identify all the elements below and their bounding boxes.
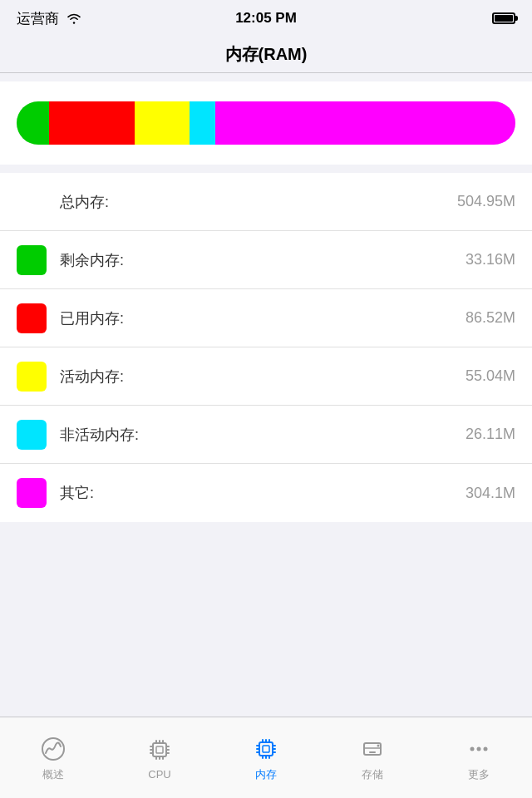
value-active: 55.04M <box>466 367 515 385</box>
svg-point-31 <box>377 744 380 746</box>
memory-icon <box>251 734 281 764</box>
tab-label-cpu: CPU <box>148 768 170 781</box>
carrier-label: 运营商 <box>17 9 59 28</box>
ram-segment-active <box>135 101 189 145</box>
wifi-icon <box>66 12 82 25</box>
battery-fill <box>495 15 513 22</box>
svg-rect-16 <box>263 746 269 752</box>
tab-storage[interactable]: 存储 <box>319 717 426 798</box>
svg-rect-2 <box>156 746 163 753</box>
battery-area <box>492 12 515 24</box>
tab-label-memory: 内存 <box>255 767 277 782</box>
overview-icon <box>38 734 68 764</box>
row-other: 其它: 304.1M <box>0 464 532 522</box>
row-free: 剩余内存: 33.16M <box>0 231 532 289</box>
label-active: 活动内存: <box>60 367 466 387</box>
label-used: 已用内存: <box>60 308 466 328</box>
status-time: 12:05 PM <box>235 10 297 27</box>
svg-rect-1 <box>153 743 166 756</box>
tab-label-overview: 概述 <box>42 767 64 782</box>
title-bar: 内存(RAM) <box>0 37 532 73</box>
tab-memory[interactable]: 内存 <box>213 717 319 798</box>
value-used: 86.52M <box>466 309 515 327</box>
tab-label-storage: 存储 <box>362 767 383 782</box>
stats-list: 总内存: 504.95M 剩余内存: 33.16M 已用内存: 86.52M 活… <box>0 173 532 522</box>
svg-rect-15 <box>259 742 273 756</box>
svg-point-33 <box>470 746 475 751</box>
svg-point-34 <box>477 746 481 751</box>
svg-rect-32 <box>369 751 376 753</box>
label-inactive: 非活动内存: <box>60 425 466 445</box>
swatch-inactive <box>17 420 47 450</box>
ram-segment-free <box>17 101 49 145</box>
label-total: 总内存: <box>60 192 457 212</box>
tab-more[interactable]: 更多 <box>426 717 532 798</box>
tab-bar: 概述 CPU <box>0 717 532 798</box>
row-inactive: 非活动内存: 26.11M <box>0 406 532 464</box>
swatch-used <box>17 303 47 333</box>
svg-point-35 <box>484 746 488 751</box>
row-active: 活动内存: 55.04M <box>0 347 532 406</box>
ram-bar <box>17 101 515 145</box>
value-other: 304.1M <box>466 485 515 502</box>
swatch-free <box>17 245 47 275</box>
label-other: 其它: <box>60 483 466 503</box>
swatch-other <box>17 478 47 508</box>
value-free: 33.16M <box>466 251 515 268</box>
ram-segment-inactive <box>190 101 215 145</box>
tab-overview[interactable]: 概述 <box>0 717 106 798</box>
label-free: 剩余内存: <box>60 250 466 270</box>
ram-segment-used <box>49 101 135 145</box>
cpu-icon <box>145 735 175 765</box>
row-total: 总内存: 504.95M <box>0 173 532 231</box>
more-icon <box>464 734 494 764</box>
ram-segment-other <box>215 101 515 145</box>
status-bar: 运营商 12:05 PM <box>0 0 532 37</box>
row-used: 已用内存: 86.52M <box>0 289 532 347</box>
swatch-active <box>17 362 47 392</box>
ram-bar-container <box>0 81 532 165</box>
value-total: 504.95M <box>457 193 515 210</box>
storage-icon <box>357 734 387 764</box>
page-title: 内存(RAM) <box>225 43 308 66</box>
battery-icon <box>492 12 515 24</box>
value-inactive: 26.11M <box>466 426 515 443</box>
tab-cpu[interactable]: CPU <box>106 717 213 798</box>
carrier-wifi: 运营商 <box>17 9 82 28</box>
tab-label-more: 更多 <box>468 767 490 782</box>
